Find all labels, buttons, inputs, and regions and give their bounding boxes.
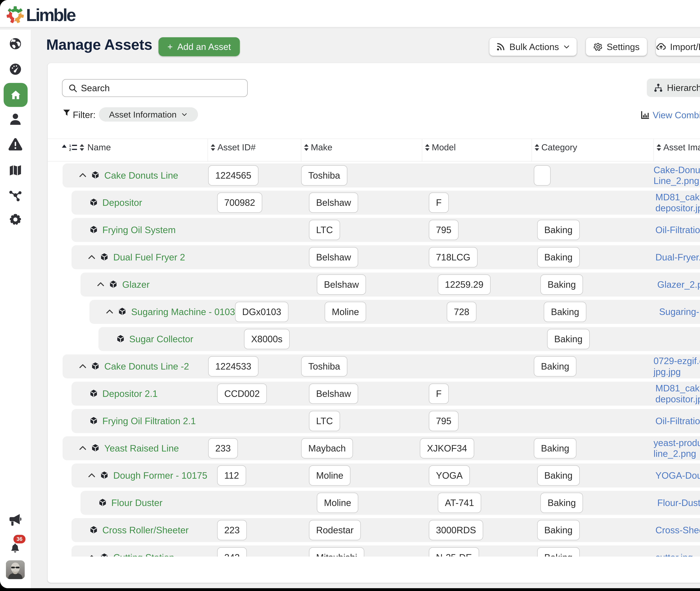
svg-text:2: 2	[69, 148, 71, 151]
svg-text:1: 1	[69, 144, 71, 148]
